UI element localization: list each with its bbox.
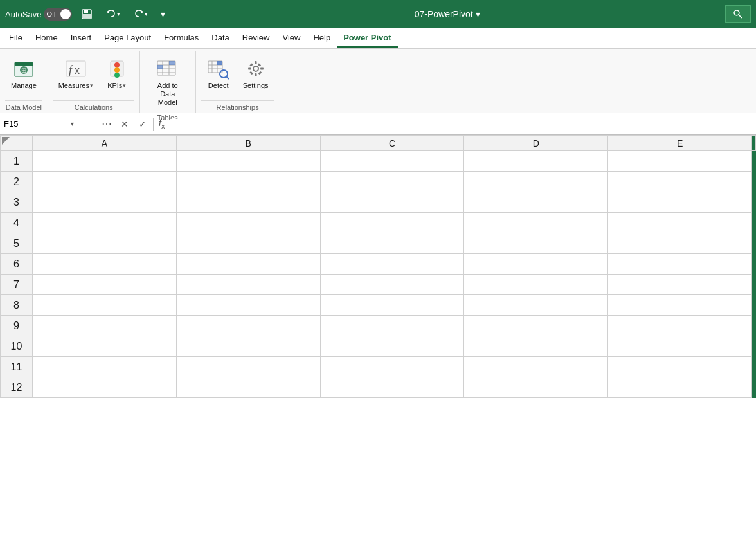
- cell-B11[interactable]: [176, 357, 320, 377]
- undo-button[interactable]: ▾: [102, 6, 124, 22]
- cell-B5[interactable]: [176, 233, 320, 254]
- cell-A7[interactable]: [33, 274, 177, 295]
- col-header-C[interactable]: C: [320, 136, 464, 151]
- cell-C1[interactable]: [320, 151, 464, 172]
- cell-D12[interactable]: [464, 377, 608, 398]
- cell-A5[interactable]: [33, 233, 177, 254]
- cell-D4[interactable]: [464, 213, 608, 233]
- cell-D11[interactable]: [464, 357, 608, 377]
- cell-D1[interactable]: [464, 151, 608, 172]
- cell-E6[interactable]: [608, 254, 752, 274]
- menu-page-layout[interactable]: Page Layout: [98, 29, 158, 48]
- cell-C11[interactable]: [320, 357, 464, 377]
- cell-C4[interactable]: [320, 213, 464, 233]
- customize-button[interactable]: ▾: [157, 6, 169, 22]
- row-header-1[interactable]: 1: [1, 151, 33, 172]
- row-header-5[interactable]: 5: [1, 233, 33, 254]
- col-header-F[interactable]: [752, 136, 756, 151]
- detect-button[interactable]: Detect: [201, 54, 236, 93]
- row-header-2[interactable]: 2: [1, 172, 33, 192]
- more-options-icon[interactable]: ⋯: [99, 118, 114, 130]
- cell-ref-dropdown[interactable]: ▾: [71, 120, 74, 127]
- manage-button[interactable]: ⊞ Manage: [5, 54, 42, 93]
- cell-E12[interactable]: [608, 377, 752, 398]
- menu-review[interactable]: Review: [236, 29, 276, 48]
- cell-B2[interactable]: [176, 172, 320, 192]
- cell-B6[interactable]: [176, 254, 320, 274]
- cell-B8[interactable]: [176, 295, 320, 316]
- cell-A6[interactable]: [33, 254, 177, 274]
- cell-A11[interactable]: [33, 357, 177, 377]
- cell-C12[interactable]: [320, 377, 464, 398]
- autosave-toggle[interactable]: Off: [44, 8, 72, 21]
- cell-D7[interactable]: [464, 274, 608, 295]
- cell-B7[interactable]: [176, 274, 320, 295]
- row-header-8[interactable]: 8: [1, 295, 33, 316]
- menu-formulas[interactable]: Formulas: [158, 29, 205, 48]
- menu-file[interactable]: File: [3, 29, 29, 48]
- cell-B1[interactable]: [176, 151, 320, 172]
- cell-C6[interactable]: [320, 254, 464, 274]
- add-to-data-model-button[interactable]: Add toData Model: [145, 54, 190, 111]
- cell-D6[interactable]: [464, 254, 608, 274]
- cell-E10[interactable]: [608, 336, 752, 357]
- cell-C9[interactable]: [320, 316, 464, 336]
- cell-E9[interactable]: [608, 316, 752, 336]
- save-button[interactable]: [77, 6, 96, 22]
- cell-B4[interactable]: [176, 213, 320, 233]
- row-header-10[interactable]: 10: [1, 336, 33, 357]
- cell-A12[interactable]: [33, 377, 177, 398]
- menu-power-pivot[interactable]: Power Pivot: [337, 29, 397, 48]
- cell-A10[interactable]: [33, 336, 177, 357]
- cell-E5[interactable]: [608, 233, 752, 254]
- cell-A2[interactable]: [33, 172, 177, 192]
- cell-D5[interactable]: [464, 233, 608, 254]
- cell-E11[interactable]: [608, 357, 752, 377]
- cell-B9[interactable]: [176, 316, 320, 336]
- kpis-button[interactable]: KPIs ▾: [100, 54, 134, 93]
- col-header-E[interactable]: E: [608, 136, 752, 151]
- redo-button[interactable]: ▾: [129, 6, 152, 22]
- title-dropdown-icon[interactable]: ▾: [476, 9, 480, 19]
- measures-button[interactable]: f x Measures ▾: [53, 54, 98, 93]
- cell-C7[interactable]: [320, 274, 464, 295]
- cell-B10[interactable]: [176, 336, 320, 357]
- row-header-3[interactable]: 3: [1, 192, 33, 213]
- col-header-B[interactable]: B: [176, 136, 320, 151]
- cell-D8[interactable]: [464, 295, 608, 316]
- confirm-formula-button[interactable]: ✓: [135, 118, 150, 130]
- col-header-D[interactable]: D: [464, 136, 608, 151]
- cell-C10[interactable]: [320, 336, 464, 357]
- col-header-A[interactable]: A: [33, 136, 177, 151]
- settings-button[interactable]: Settings: [237, 54, 274, 93]
- cell-A3[interactable]: [33, 192, 177, 213]
- search-box[interactable]: [725, 5, 751, 23]
- cell-C8[interactable]: [320, 295, 464, 316]
- menu-data[interactable]: Data: [205, 29, 235, 48]
- cell-reference-input[interactable]: [4, 119, 68, 129]
- cell-C2[interactable]: [320, 172, 464, 192]
- row-header-11[interactable]: 11: [1, 357, 33, 377]
- cell-B3[interactable]: [176, 192, 320, 213]
- row-header-7[interactable]: 7: [1, 274, 33, 295]
- formula-input[interactable]: [170, 119, 756, 129]
- cell-A8[interactable]: [33, 295, 177, 316]
- cell-D2[interactable]: [464, 172, 608, 192]
- cell-B12[interactable]: [176, 377, 320, 398]
- row-header-12[interactable]: 12: [1, 377, 33, 398]
- cell-E4[interactable]: [608, 213, 752, 233]
- cell-C5[interactable]: [320, 233, 464, 254]
- cell-A9[interactable]: [33, 316, 177, 336]
- cell-A1[interactable]: [33, 151, 177, 172]
- cell-E3[interactable]: [608, 192, 752, 213]
- menu-view[interactable]: View: [276, 29, 307, 48]
- row-header-4[interactable]: 4: [1, 213, 33, 233]
- menu-help[interactable]: Help: [307, 29, 337, 48]
- row-header-9[interactable]: 9: [1, 316, 33, 336]
- cancel-formula-button[interactable]: ✕: [117, 118, 132, 130]
- menu-home[interactable]: Home: [29, 29, 64, 48]
- cell-E1[interactable]: [608, 151, 752, 172]
- menu-insert[interactable]: Insert: [64, 29, 98, 48]
- row-header-6[interactable]: 6: [1, 254, 33, 274]
- cell-E2[interactable]: [608, 172, 752, 192]
